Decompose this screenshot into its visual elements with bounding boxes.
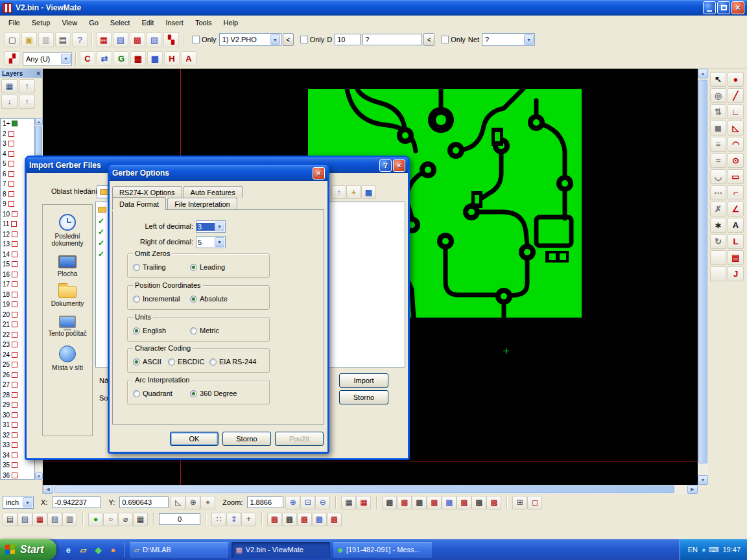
- layer-color-swatch[interactable]: [8, 201, 14, 207]
- l-tool-icon[interactable]: L: [728, 234, 744, 249]
- place-documents[interactable]: Dokumenty: [44, 286, 91, 307]
- start-button[interactable]: Start: [0, 539, 56, 560]
- prev-layer-button[interactable]: <: [283, 33, 294, 46]
- tab-data-format[interactable]: Data Format: [112, 197, 166, 210]
- save-icon[interactable]: ▥: [38, 32, 54, 47]
- only-layer-checkbox[interactable]: [192, 36, 200, 43]
- film-tool-icon[interactable]: ▤: [728, 250, 744, 265]
- layer-row[interactable]: 2: [1, 129, 34, 139]
- grid-1-icon[interactable]: ▦: [130, 51, 146, 66]
- blank-tool-icon[interactable]: [710, 250, 726, 265]
- menu-item[interactable]: File: [3, 17, 26, 29]
- language-indicator[interactable]: EN: [688, 546, 698, 554]
- menu-item[interactable]: Select: [104, 17, 136, 29]
- tab-auto-features[interactable]: Auto Features: [184, 186, 243, 198]
- draw-arc-icon[interactable]: ◠: [728, 137, 744, 152]
- star-tool-icon[interactable]: ∗: [710, 218, 726, 233]
- minimize-button[interactable]: [703, 1, 716, 14]
- place-recent-documents[interactable]: Poslední dokumenty: [44, 214, 91, 247]
- tab-rs274x-options[interactable]: RS274-X Options: [112, 186, 182, 198]
- dropdown-arrow-icon[interactable]: ▼: [215, 237, 224, 247]
- text-tool-icon[interactable]: A: [728, 218, 744, 233]
- layer-row[interactable]: 35: [1, 460, 34, 471]
- layers-panel-header[interactable]: Layers ×: [0, 69, 42, 78]
- dropdown-arrow-icon[interactable]: ▼: [524, 34, 534, 45]
- film-9-icon[interactable]: ▩: [267, 513, 282, 526]
- film-13-icon[interactable]: ▩: [327, 513, 342, 526]
- radio-ebcdic[interactable]: EBCDIC: [168, 358, 205, 366]
- layer-color-swatch[interactable]: [12, 321, 18, 327]
- aperture-pattern-icon[interactable]: ▞: [5, 51, 20, 66]
- place-desktop[interactable]: Plocha: [44, 255, 91, 277]
- transform-icon[interactable]: ⊞: [512, 496, 527, 509]
- measure-icon[interactable]: ⇅: [710, 104, 726, 119]
- zoom-field[interactable]: 1.8866: [247, 496, 283, 508]
- layer-color-swatch[interactable]: [12, 452, 18, 458]
- circle-tool-icon[interactable]: ○: [103, 513, 118, 526]
- film-2-icon[interactable]: ▩: [397, 496, 412, 509]
- grid-table-icon[interactable]: ▦: [133, 513, 148, 526]
- film-4-icon[interactable]: ▩: [427, 496, 442, 509]
- film-6-icon[interactable]: ▩: [456, 496, 471, 509]
- draw-pad-icon[interactable]: ●: [728, 72, 744, 87]
- radio-absolute[interactable]: Absolute: [190, 295, 228, 303]
- dialog-help-button[interactable]: ?: [379, 159, 392, 172]
- layer-color-swatch[interactable]: [8, 191, 14, 197]
- layer-color-swatch[interactable]: [12, 251, 18, 257]
- layer-color-swatch[interactable]: [12, 312, 18, 318]
- restore-button[interactable]: [717, 1, 730, 14]
- place-my-computer[interactable]: Tento počítač: [44, 316, 91, 337]
- help-icon[interactable]: ?: [72, 32, 88, 47]
- layer-color-swatch[interactable]: [12, 241, 18, 247]
- frame-icon[interactable]: ◻: [527, 496, 542, 509]
- layer-color-swatch[interactable]: [12, 362, 18, 368]
- layer-top-button[interactable]: ↑: [19, 95, 35, 109]
- draw-circle-icon[interactable]: ⊙: [728, 153, 744, 168]
- edit-pattern-icon[interactable]: ▚: [163, 32, 179, 47]
- layer-color-swatch[interactable]: [12, 462, 18, 468]
- layer-color-swatch[interactable]: [12, 402, 18, 408]
- cancel-button[interactable]: Storno: [339, 390, 388, 404]
- y-coordinate-field[interactable]: 0.690643: [119, 496, 169, 508]
- layer-color-swatch[interactable]: [12, 472, 18, 478]
- layer-down-button[interactable]: ↓: [1, 95, 18, 109]
- draw-angle-icon[interactable]: ∠: [728, 202, 744, 216]
- filled-square-icon[interactable]: ◼: [710, 121, 726, 135]
- lines-icon[interactable]: ≡: [710, 137, 726, 152]
- film-3-icon[interactable]: ▩: [412, 496, 427, 509]
- scroll-up-icon[interactable]: ▲: [698, 69, 708, 78]
- dcode-h-icon[interactable]: H: [164, 51, 180, 66]
- grid-2-icon[interactable]: ▩: [147, 51, 163, 66]
- new-folder-icon[interactable]: +: [346, 185, 361, 199]
- menu-item[interactable]: Help: [218, 17, 244, 29]
- ok-button[interactable]: OK: [170, 432, 219, 446]
- text-a-icon[interactable]: A: [181, 51, 196, 66]
- radio-metric[interactable]: Metric: [190, 327, 219, 334]
- view-menu-icon[interactable]: ▦: [361, 185, 376, 199]
- layer-color-swatch[interactable]: [12, 211, 18, 217]
- zoom-in-icon[interactable]: ⊕: [285, 496, 300, 509]
- grid-dots-icon[interactable]: ∷: [211, 513, 226, 526]
- only-dcode-checkbox[interactable]: [300, 36, 308, 43]
- scroll-left-icon[interactable]: ◀: [43, 485, 53, 494]
- layer-up-button[interactable]: ↑: [19, 79, 35, 93]
- layer-color-swatch[interactable]: [11, 221, 17, 227]
- hatch-1-icon[interactable]: ▨: [18, 513, 32, 526]
- circles-icon[interactable]: ◎: [710, 88, 726, 103]
- radio-incremental[interactable]: Incremental: [133, 295, 180, 303]
- dcode-c-icon[interactable]: C: [80, 51, 95, 66]
- film-10-icon[interactable]: ▩: [282, 513, 297, 526]
- status-led-icon[interactable]: ●: [88, 513, 103, 526]
- radio-leading[interactable]: Leading: [190, 263, 225, 271]
- layer-color-swatch[interactable]: [8, 171, 14, 177]
- storno-button[interactable]: Storno: [222, 432, 271, 446]
- tray-keyboard-icon[interactable]: ⌨: [709, 546, 719, 554]
- arc-icon[interactable]: ◡: [710, 169, 726, 184]
- mark-pattern-icon[interactable]: ▧: [147, 32, 162, 47]
- net-combo[interactable]: ? ▼: [482, 33, 535, 46]
- place-network[interactable]: Místa v síti: [44, 345, 91, 371]
- highlight-pattern-icon[interactable]: ▩: [130, 32, 145, 47]
- scroll-down-icon[interactable]: ▼: [698, 475, 708, 485]
- draw-rect-icon[interactable]: ▭: [728, 169, 744, 184]
- menu-item[interactable]: Setup: [26, 17, 56, 29]
